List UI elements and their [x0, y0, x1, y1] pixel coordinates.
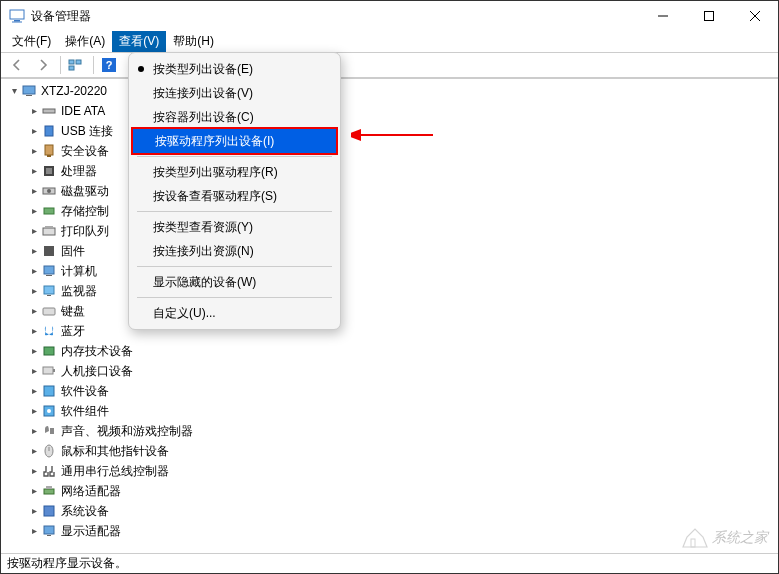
menu-bar: 文件(F) 操作(A) 查看(V) 帮助(H): [1, 31, 778, 52]
svg-rect-13: [26, 95, 32, 96]
svg-rect-15: [45, 126, 53, 136]
menu-action[interactable]: 操作(A): [58, 31, 112, 52]
tree-item[interactable]: ▸固件: [1, 241, 778, 261]
tree-item-label: 内存技术设备: [61, 341, 133, 361]
toolbar-tree-icon[interactable]: [64, 54, 88, 76]
menu-item-label: 按容器列出设备(C): [153, 109, 254, 126]
computer-icon: [21, 83, 37, 99]
menu-item-label: 按连接列出设备(V): [153, 85, 253, 102]
menu-item[interactable]: 按设备查看驱动程序(S): [129, 184, 340, 208]
svg-rect-37: [50, 428, 54, 434]
status-bar: 按驱动程序显示设备。: [1, 553, 778, 573]
svg-point-21: [47, 189, 51, 193]
svg-rect-8: [76, 60, 81, 64]
tree-item-label: 声音、视频和游戏控制器: [61, 421, 193, 441]
svg-rect-41: [46, 486, 52, 489]
minimize-button[interactable]: [640, 1, 686, 31]
menu-item[interactable]: 显示隐藏的设备(W): [129, 270, 340, 294]
tree-item[interactable]: ▸显示适配器: [1, 521, 778, 541]
device-tree-pane: ▾XTZJ-20220▸IDE ATA▸USB 连接▸安全设备▸处理器▸磁盘驱动…: [1, 78, 778, 553]
forward-button[interactable]: [31, 54, 55, 76]
tree-item[interactable]: ▸计算机: [1, 261, 778, 281]
view-dropdown-menu: 按类型列出设备(E)按连接列出设备(V)按容器列出设备(C)按驱动程序列出设备(…: [128, 52, 341, 330]
menu-file[interactable]: 文件(F): [5, 31, 58, 52]
tree-item-label: 系统设备: [61, 501, 109, 521]
svg-rect-19: [46, 168, 52, 174]
tree-root-label: XTZJ-20220: [41, 81, 107, 101]
tree-item[interactable]: ▸安全设备: [1, 141, 778, 161]
tree-item[interactable]: ▸监视器: [1, 281, 778, 301]
tree-item[interactable]: ▸软件组件: [1, 401, 778, 421]
svg-rect-25: [44, 246, 54, 256]
menu-item[interactable]: 按连接列出设备(V): [129, 81, 340, 105]
tree-item-label: 显示适配器: [61, 521, 121, 541]
tree-item[interactable]: ▸内存技术设备: [1, 341, 778, 361]
help-button[interactable]: ?: [97, 54, 121, 76]
menu-item[interactable]: 按类型列出设备(E): [129, 57, 340, 81]
svg-rect-22: [44, 208, 54, 214]
device-category-icon: [41, 143, 57, 159]
tree-item[interactable]: ▸USB 连接: [1, 121, 778, 141]
device-category-icon: [41, 463, 57, 479]
tree-item-label: 处理器: [61, 161, 97, 181]
svg-rect-9: [69, 66, 74, 70]
device-category-icon: [41, 323, 57, 339]
tree-item[interactable]: ▸磁盘驱动: [1, 181, 778, 201]
back-button[interactable]: [5, 54, 29, 76]
device-category-icon: [41, 163, 57, 179]
tree-item[interactable]: ▸人机接口设备: [1, 361, 778, 381]
menu-help[interactable]: 帮助(H): [166, 31, 221, 52]
device-category-icon: [41, 303, 57, 319]
tree-item-label: 通用串行总线控制器: [61, 461, 169, 481]
tree-item[interactable]: ▸软件设备: [1, 381, 778, 401]
menu-item-label: 按驱动程序列出设备(I): [155, 133, 274, 150]
tree-root[interactable]: ▾XTZJ-20220: [1, 81, 778, 101]
svg-rect-16: [45, 145, 53, 155]
tree-item[interactable]: ▸鼠标和其他指针设备: [1, 441, 778, 461]
selected-bullet-icon: [138, 66, 144, 72]
menu-item[interactable]: 按类型查看资源(Y): [129, 215, 340, 239]
tree-item[interactable]: ▸蓝牙: [1, 321, 778, 341]
device-category-icon: [41, 363, 57, 379]
svg-rect-32: [43, 367, 53, 374]
menu-item[interactable]: 按连接列出资源(N): [129, 239, 340, 263]
device-category-icon: [41, 203, 57, 219]
menu-item[interactable]: 按容器列出设备(C): [129, 105, 340, 129]
svg-rect-23: [43, 228, 55, 235]
title-bar: 设备管理器: [1, 1, 778, 31]
tree-item-label: 人机接口设备: [61, 361, 133, 381]
tree-item[interactable]: ▸打印队列: [1, 221, 778, 241]
device-category-icon: [41, 123, 57, 139]
menu-item[interactable]: 自定义(U)...: [129, 301, 340, 325]
menu-item-label: 按类型列出设备(E): [153, 61, 253, 78]
close-button[interactable]: [732, 1, 778, 31]
menu-item-label: 按连接列出资源(N): [153, 243, 254, 260]
svg-text:?: ?: [106, 59, 113, 71]
tree-item-label: 鼠标和其他指针设备: [61, 441, 169, 461]
svg-rect-28: [44, 286, 54, 294]
svg-rect-30: [43, 308, 55, 315]
tree-item[interactable]: ▸键盘: [1, 301, 778, 321]
tree-item[interactable]: ▸系统设备: [1, 501, 778, 521]
device-category-icon: [41, 403, 57, 419]
maximize-button[interactable]: [686, 1, 732, 31]
device-category-icon: [41, 503, 57, 519]
menu-view[interactable]: 查看(V): [112, 31, 166, 52]
svg-rect-43: [44, 526, 54, 534]
svg-rect-42: [44, 506, 54, 516]
tree-item-label: 存储控制: [61, 201, 109, 221]
tree-item[interactable]: ▸存储控制: [1, 201, 778, 221]
svg-rect-24: [45, 226, 53, 228]
tree-item[interactable]: ▸通用串行总线控制器: [1, 461, 778, 481]
svg-rect-12: [23, 86, 35, 94]
tree-item[interactable]: ▸IDE ATA: [1, 101, 778, 121]
menu-item[interactable]: 按驱动程序列出设备(I): [131, 127, 338, 155]
tree-item[interactable]: ▸网络适配器: [1, 481, 778, 501]
tree-item[interactable]: ▸处理器: [1, 161, 778, 181]
menu-item[interactable]: 按类型列出驱动程序(R): [129, 160, 340, 184]
svg-rect-14: [43, 109, 55, 113]
toolbar: ?: [1, 52, 778, 78]
tree-item[interactable]: ▸声音、视频和游戏控制器: [1, 421, 778, 441]
tree-item-label: 网络适配器: [61, 481, 121, 501]
window-title: 设备管理器: [31, 8, 91, 25]
